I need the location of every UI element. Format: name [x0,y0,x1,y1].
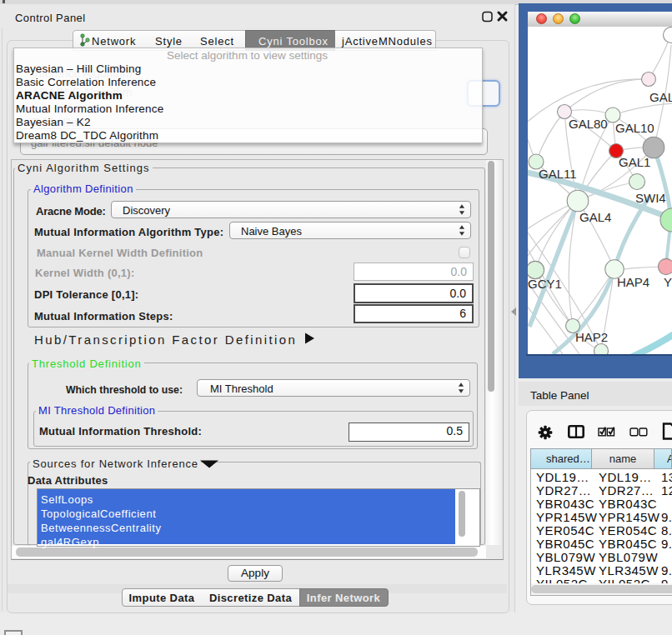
svg-text:GAL10: GAL10 [615,121,654,135]
svg-text:HAP4: HAP4 [617,275,649,289]
svg-text:Y: Y [664,275,672,289]
svg-text:GAL4: GAL4 [579,210,611,224]
svg-text:SWI4: SWI4 [635,191,666,205]
svg-text:HAP2: HAP2 [575,330,608,344]
svg-text:GAL80: GAL80 [569,117,608,131]
svg-text:GAL1: GAL1 [619,155,650,169]
svg-text:GAL2: GAL2 [649,90,672,104]
svg-text:GAL11: GAL11 [539,167,577,181]
svg-text:GCY1: GCY1 [528,277,562,291]
